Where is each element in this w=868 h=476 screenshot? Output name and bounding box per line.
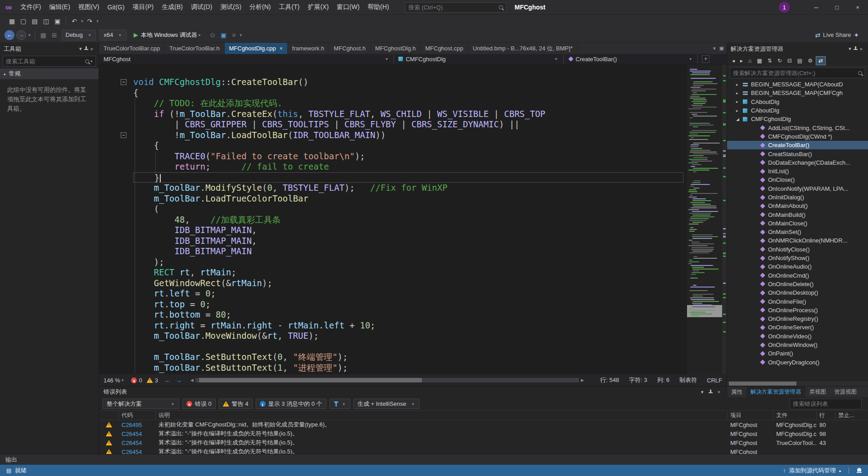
indent-mode[interactable]: 制表符 [679,376,697,384]
error-code-link[interactable]: C26495 [119,420,156,429]
pending-changes-icon[interactable]: ⇅ [765,57,774,65]
menu-item[interactable]: 窗口(W) [333,0,364,14]
code-line[interactable]: rt.left = 0; [99,288,727,299]
solution-platform-dropdown[interactable]: x64▾ [99,30,127,40]
scroll-left-icon[interactable]: ◀ [189,378,195,382]
code-line[interactable]: { [99,140,727,151]
code-line[interactable]: if (!m_ToolBar.CreateEx(this, TBSTYLE_FL… [99,109,727,120]
error-column-header[interactable]: 文件 [773,411,817,420]
tree-horizontal-scrollbar[interactable] [727,381,868,386]
code-line[interactable]: // TODO: 在此处添加实现代码. [99,98,727,109]
expander-icon[interactable]: ▸ [736,91,742,95]
tree-item[interactable]: OnMainBuild() [727,210,868,219]
scrollbar-track[interactable] [195,378,579,382]
code-line[interactable]: GetWindowRect(&rtMain); [99,278,727,289]
redo-dropdown-icon[interactable]: ▾ [95,19,100,23]
code-line[interactable]: m_ToolBar.ModifyStyle(0, TBSTYLE_FLAT); … [99,183,727,193]
code-line[interactable]: IDB_BITMAP_MAIN, [99,225,727,236]
code-line[interactable]: { [99,88,727,99]
project-dropdown[interactable]: MFCghost ▾ [99,54,394,64]
tree-item[interactable]: CreatStatusBar() [727,149,868,158]
tree-item[interactable]: OnClose() [727,175,868,184]
undo-dropdown-icon[interactable]: ▾ [80,19,85,23]
tool-window-tab[interactable]: 资源视图 [830,386,861,397]
redo-icon[interactable]: ↷ [84,17,95,26]
doc-tab[interactable]: MFCghost.h [329,43,371,54]
split-editor-button[interactable]: + [702,55,710,63]
save-all-icon[interactable]: ▣ [52,17,63,26]
tree-item[interactable]: OnInitDialog() [727,193,868,202]
tree-item[interactable]: ▸CAboutDlg [727,98,868,106]
type-dropdown[interactable]: CMFCghostDlg ▾ [394,54,563,64]
quick-search[interactable] [405,2,506,13]
tree-item[interactable]: OnOnlineVideo() [727,332,868,341]
error-count-icon[interactable] [131,377,137,383]
tree-item[interactable]: DoDataExchange(CDataExch... [727,158,868,167]
error-column-header[interactable]: 项目 [728,411,773,420]
tree-item[interactable]: OnOnlineDelete() [727,280,868,288]
code-line[interactable]: rt.bottom = 80; [99,310,727,320]
toolbar-options-icon[interactable]: ≡ [229,31,238,40]
tree-item[interactable]: OnPaint() [727,349,868,358]
user-avatar[interactable]: 1 [779,2,790,13]
tree-item[interactable]: OnOnlineFile() [727,297,868,305]
tree-item[interactable]: ▸BEGIN_MESSAGE_MAP(CMFCgh [727,89,868,97]
build-intellisense-dropdown[interactable]: 生成 + IntelliSense▾ [353,399,420,409]
close-tab-icon[interactable]: × [280,45,283,52]
tree-item[interactable]: OnNotifyShow() [727,254,868,262]
error-column-header[interactable]: 行 [817,411,836,420]
background-tasks-icon[interactable]: ▤ [6,467,11,474]
sync-active-document-icon[interactable]: ⇄ [816,56,826,65]
minimize-button[interactable]: ─ [806,0,827,14]
code-line[interactable]: RECT rt, rtMain; [99,267,727,278]
zoom-control[interactable]: 146 %▾ [104,377,125,384]
tree-item[interactable]: AddList(CString, CString, CSt... [727,123,868,132]
expander-icon[interactable]: ◢ [736,117,742,121]
toolbox-section-general[interactable]: ▴ 常规 [0,68,99,79]
tree-item[interactable]: ◢CMFCghostDlg [727,115,868,123]
save-icon[interactable]: ◫ [41,17,52,26]
switch-views-icon[interactable]: ▦ [755,57,764,65]
pin-icon[interactable] [708,390,713,395]
error-column-header[interactable]: 说明 [156,411,728,420]
scrollbar-thumb[interactable] [199,378,421,382]
prev-issue-icon[interactable]: ← [163,377,173,384]
close-panel-icon[interactable]: × [718,389,720,395]
navigate-forward-button[interactable]: → [16,30,26,40]
code-line[interactable]: m_ToolBar.SetButtonText(1, "进程管理"); [99,363,727,373]
chevron-down-icon[interactable]: ▾ [847,46,853,52]
window-layout-icon[interactable]: ▦ [38,31,49,40]
target-icon[interactable]: ⊙ [207,31,218,40]
solution-explorer-search[interactable] [730,67,865,78]
doc-tab[interactable]: Untitled.bmp - B...76x48, 24 位, BMP]* [468,43,578,54]
code-line[interactable]: | CBRS_GRIPPER | CBRS_TOOLTIPS | CBRS_FL… [99,119,727,130]
tree-item[interactable]: ▸CAboutDlg [727,106,868,115]
tool-window-tab[interactable]: 类视图 [805,386,831,397]
nav-back-icon[interactable]: ◂ [730,57,737,65]
refresh-icon[interactable]: ↻ [775,57,784,65]
split-view-icon[interactable]: ▦ [6,17,18,26]
menu-item[interactable]: 调试(D) [187,0,216,14]
line-ending[interactable]: CRLF [707,377,722,384]
doc-tab[interactable]: TrueColorToolBar.h [165,43,225,54]
menu-item[interactable]: 视图(V) [74,0,104,14]
tree-item[interactable]: ▸BEGIN_MESSAGE_MAP(CAboutD [727,80,868,89]
scrollbar-thumb[interactable] [729,382,796,386]
document-list-icon[interactable]: ▾ [713,45,716,51]
quick-search-input[interactable] [408,4,499,11]
code-line[interactable]: m_ToolBar.LoadTrueColorToolBar [99,193,727,204]
chevron-down-icon[interactable]: ▾ [238,33,243,37]
menu-item[interactable]: 生成(B) [158,0,187,14]
tree-item[interactable]: CreateToolBar() [727,141,868,149]
maximize-button[interactable]: □ [827,0,847,14]
show-all-files-icon[interactable]: ▤ [795,57,805,65]
tree-item[interactable]: OnIconNotify(WPARAM, LPA... [727,184,868,193]
code-line[interactable]: ( [99,204,727,215]
code-line[interactable]: IDB_BITMAP_MAIN, [99,236,727,247]
pin-icon[interactable] [84,46,89,51]
chevron-down-icon[interactable]: ▾ [77,46,84,52]
error-code-link[interactable]: C26454 [119,438,156,447]
solution-configuration-dropdown[interactable]: Debug▾ [62,30,96,40]
minimap[interactable] [687,64,722,374]
tree-item[interactable]: OnNMRClickOnline(NMHDR... [727,236,868,245]
